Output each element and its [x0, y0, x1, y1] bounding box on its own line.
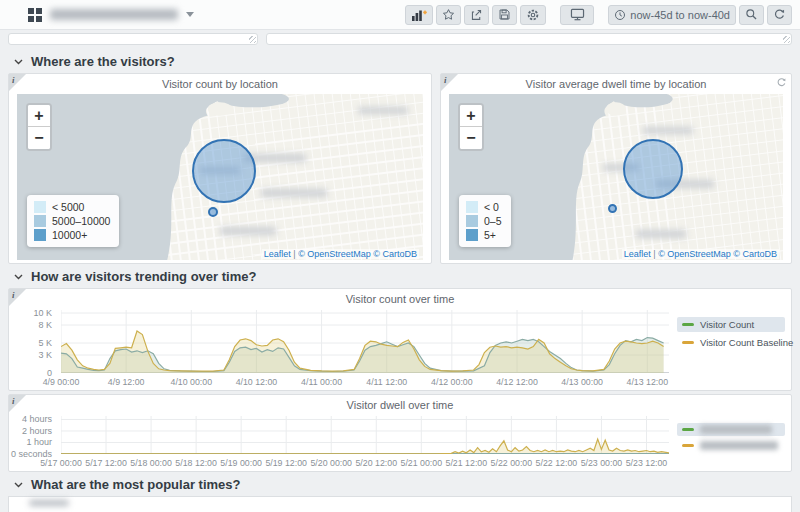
- panel-visitor-count-chart: i Visitor count over time 03 K5 K8 K10 K…: [8, 288, 792, 391]
- attribution-separator: |: [293, 249, 295, 259]
- map-legend-item: 5+: [466, 228, 502, 242]
- x-tick-label: 4/12 00:00: [431, 377, 473, 387]
- info-icon[interactable]: i: [9, 289, 26, 306]
- map-bubble-small[interactable]: [608, 204, 617, 213]
- x-tick-label: 4/9 00:00: [43, 377, 80, 387]
- chart-canvas[interactable]: [61, 416, 669, 454]
- panel-refresh-icon[interactable]: [776, 77, 787, 88]
- carto-link[interactable]: © CartoDB: [373, 249, 417, 259]
- map-legend-item: 10000+: [34, 228, 110, 242]
- chart-legend-item[interactable]: [677, 423, 785, 436]
- filter-input-left[interactable]: [8, 33, 258, 45]
- map-legend: < 50005000–1000010000+: [27, 195, 119, 247]
- magnifier-icon: [745, 8, 758, 21]
- bar-chart-plus-icon: [411, 8, 427, 22]
- zoom-out-button[interactable]: −: [28, 127, 50, 149]
- legend-dash-icon: [682, 323, 694, 326]
- chevron-down-icon: [14, 274, 23, 280]
- chart-plot-area[interactable]: [61, 310, 669, 373]
- presentation-mode-button[interactable]: [560, 5, 594, 25]
- legend-label-redacted: [700, 425, 772, 434]
- save-icon: [498, 8, 511, 21]
- panel-visitor-count-map: i Visitor count by location + − < 500050…: [8, 73, 432, 264]
- chart-legend-item[interactable]: Visitor Count Baseline: [677, 335, 785, 350]
- map-bubble-large[interactable]: [623, 139, 683, 199]
- osm-link[interactable]: © OpenStreetMap: [298, 249, 371, 259]
- time-range-picker[interactable]: now-45d to now-40d: [608, 5, 736, 25]
- x-tick-label: 5/21 12:00: [446, 458, 488, 468]
- zoom-in-button[interactable]: +: [460, 105, 482, 127]
- legend-swatch: [466, 201, 478, 213]
- section-trending[interactable]: How are visitors trending over time?: [0, 264, 800, 288]
- legend-label: < 5000: [52, 200, 84, 214]
- chart-canvas[interactable]: [61, 310, 669, 373]
- legend-label: 0–5: [484, 214, 502, 228]
- resize-grip-icon[interactable]: [249, 36, 256, 43]
- chevron-down-icon: [14, 482, 23, 488]
- chart-title: Visitor count over time: [9, 289, 791, 307]
- map-canvas[interactable]: + − < 50005000–1000010000+ Leaflet | © O…: [17, 94, 423, 260]
- leaflet-link[interactable]: Leaflet: [624, 249, 651, 259]
- gear-icon: [526, 8, 540, 22]
- section-popular-times[interactable]: What are the most popular times?: [0, 472, 800, 496]
- map-label-redacted: [261, 189, 327, 197]
- time-range-label: now-45d to now-40d: [630, 9, 730, 21]
- legend-swatch: [34, 201, 46, 213]
- info-icon[interactable]: i: [9, 395, 26, 412]
- x-tick-label: 5/20 12:00: [355, 458, 397, 468]
- info-icon[interactable]: i: [9, 74, 26, 91]
- leaflet-link[interactable]: Leaflet: [264, 249, 291, 259]
- zoom-search-button[interactable]: [739, 5, 764, 25]
- chart-legend-item[interactable]: Visitor Count: [677, 317, 785, 332]
- x-tick-label: 5/22 12:00: [536, 458, 578, 468]
- section-title: How are visitors trending over time?: [31, 269, 256, 284]
- chart-plot-area[interactable]: [61, 416, 669, 454]
- legend-swatch: [466, 229, 478, 241]
- chart-legend-item[interactable]: [677, 439, 785, 452]
- filter-input-right[interactable]: [266, 33, 792, 45]
- zoom-out-button[interactable]: −: [460, 127, 482, 149]
- x-tick-label: 4/11 12:00: [366, 377, 407, 387]
- refresh-icon: [773, 8, 786, 21]
- clock-icon: [614, 9, 626, 21]
- apps-grid-icon[interactable]: [28, 8, 42, 22]
- save-button[interactable]: [492, 5, 517, 25]
- carto-link[interactable]: © CartoDB: [733, 249, 777, 259]
- x-tick-label: 5/21 00:00: [400, 458, 442, 468]
- chevron-down-icon[interactable]: [186, 12, 194, 17]
- x-tick-label: 5/19 00:00: [220, 458, 262, 468]
- x-tick-label: 4/9 12:00: [108, 377, 145, 387]
- settings-button[interactable]: [520, 5, 546, 25]
- x-tick-label: 5/17 00:00: [40, 458, 82, 468]
- zoom-in-button[interactable]: +: [28, 105, 50, 127]
- map-canvas[interactable]: + − < 00–55+ Leaflet | © OpenStreetMap ©…: [449, 94, 783, 260]
- x-tick-label: 5/20 00:00: [310, 458, 352, 468]
- redacted-text: [29, 500, 69, 506]
- map-bubble-small[interactable]: [208, 207, 218, 217]
- legend-swatch: [34, 215, 46, 227]
- map-attribution: Leaflet | © OpenStreetMap © CartoDB: [262, 249, 419, 259]
- filters-row: [8, 33, 792, 45]
- panel-title: Visitor average dwell time by location: [441, 74, 791, 92]
- share-icon: [470, 8, 483, 21]
- osm-link[interactable]: © OpenStreetMap: [658, 249, 731, 259]
- share-button[interactable]: [464, 5, 489, 25]
- legend-dash-icon: [682, 444, 694, 447]
- map-bubble-large[interactable]: [192, 139, 256, 203]
- add-visualization-button[interactable]: [405, 5, 433, 25]
- refresh-button[interactable]: [767, 5, 792, 25]
- map-legend-item: 0–5: [466, 214, 502, 228]
- legend-label: Visitor Count: [700, 319, 754, 330]
- map-legend: < 00–55+: [459, 195, 511, 247]
- star-icon: [442, 8, 455, 21]
- legend-label: 10000+: [52, 228, 87, 242]
- favorite-button[interactable]: [436, 5, 461, 25]
- resize-grip-icon[interactable]: [783, 36, 790, 43]
- x-tick-label: 5/23 00:00: [581, 458, 623, 468]
- section-where-visitors[interactable]: Where are the visitors?: [0, 49, 800, 73]
- info-icon[interactable]: i: [441, 74, 458, 91]
- panel-title: Visitor count by location: [9, 74, 431, 92]
- x-tick-label: 5/23 12:00: [626, 458, 668, 468]
- legend-label: 5+: [484, 228, 496, 242]
- legend-label: < 0: [484, 200, 499, 214]
